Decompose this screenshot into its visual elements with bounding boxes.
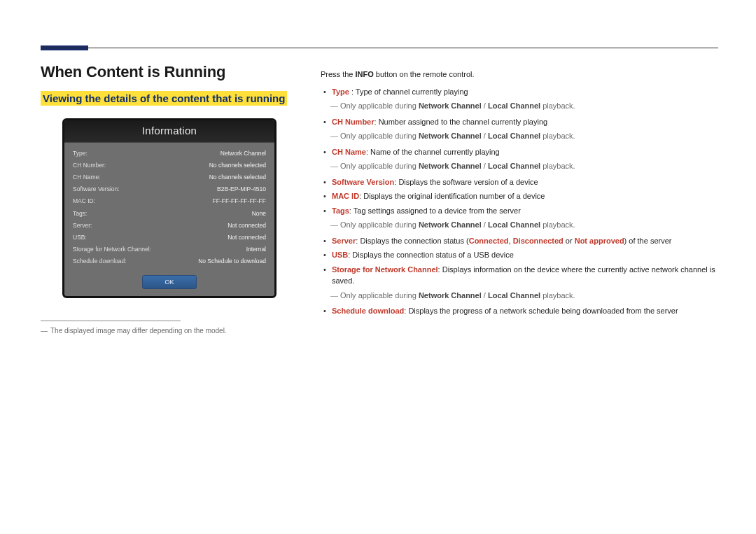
information-rows: Type:Network ChannelCH Number:No channel… bbox=[64, 143, 274, 270]
footnote-divider bbox=[41, 321, 181, 321]
information-row: Schedule download:No Schedule to downloa… bbox=[73, 255, 266, 267]
header-rule bbox=[41, 48, 718, 48]
feature-item: Type : Type of channel currently playing bbox=[321, 86, 718, 98]
information-row: MAC ID:FF-FF-FF-FF-FF-FF bbox=[73, 195, 266, 207]
feature-item: Schedule download: Displays the progress… bbox=[321, 305, 718, 317]
feature-subnote: Only applicable during Network Channel /… bbox=[321, 290, 718, 302]
information-row: CH Name:No channels selected bbox=[73, 171, 266, 183]
information-row: Server:Not connected bbox=[73, 219, 266, 231]
feature-subnote: Only applicable during Network Channel /… bbox=[321, 100, 718, 112]
information-row: Type:Network Channel bbox=[73, 147, 266, 159]
feature-item: CH Number: Number assigned to the channe… bbox=[321, 116, 718, 128]
feature-subnote: Only applicable during Network Channel /… bbox=[321, 160, 718, 172]
feature-item: MAC ID: Displays the original identifica… bbox=[321, 190, 718, 202]
feature-item: Storage for Network Channel: Displays in… bbox=[321, 264, 718, 287]
feature-item: CH Name: Name of the channel currently p… bbox=[321, 146, 718, 158]
feature-subnote: Only applicable during Network Channel /… bbox=[321, 130, 718, 142]
footnote-text: The displayed image may differ depending… bbox=[41, 327, 298, 335]
feature-item: Software Version: Displays the software … bbox=[321, 176, 718, 188]
information-panel-title: Information bbox=[64, 120, 274, 143]
ok-button[interactable]: OK bbox=[142, 275, 197, 289]
feature-subnote: Only applicable during Network Channel /… bbox=[321, 219, 718, 231]
section-subtitle: Viewing the details of the content that … bbox=[41, 91, 287, 106]
feature-item: USB: Displays the connection status of a… bbox=[321, 249, 718, 261]
information-row: Storage for Network Channel:Internal bbox=[73, 244, 266, 255]
information-row: Software Version:B2B-EP-MIP-4510 bbox=[73, 183, 266, 195]
feature-item: Server: Displays the connection status (… bbox=[321, 235, 718, 247]
information-row: Tags:None bbox=[73, 207, 266, 219]
information-row: USB:Not connected bbox=[73, 231, 266, 243]
feature-list: Type : Type of channel currently playing… bbox=[321, 86, 718, 317]
page-title: When Content is Running bbox=[41, 63, 298, 81]
information-panel: Information Type:Network ChannelCH Numbe… bbox=[62, 118, 276, 298]
feature-item: Tags: Tag settings assigned to a device … bbox=[321, 205, 718, 217]
information-row: CH Number:No channels selected bbox=[73, 159, 266, 171]
intro-text: Press the INFO button on the remote cont… bbox=[321, 69, 718, 80]
